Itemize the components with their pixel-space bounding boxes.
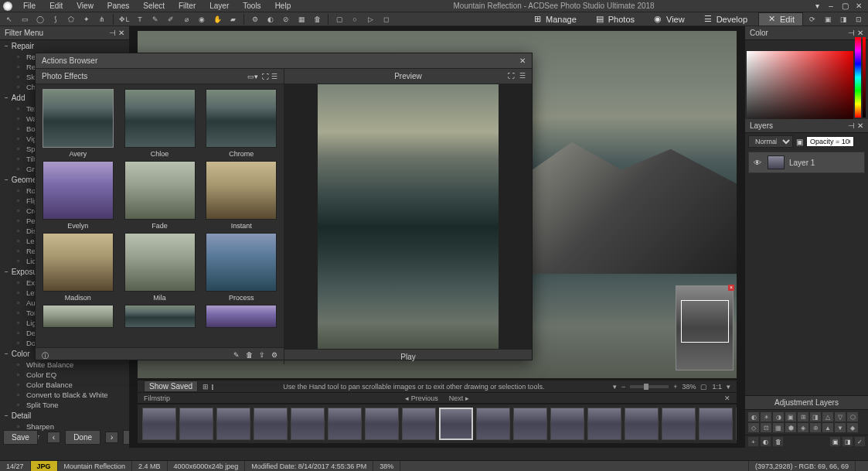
layer-row[interactable]: 👁 Layer 1 bbox=[748, 152, 865, 173]
adjustment-icon[interactable]: ▼ bbox=[835, 423, 846, 432]
delete-preset-icon[interactable]: 🗑 bbox=[246, 351, 253, 361]
filmstrip[interactable] bbox=[138, 404, 737, 443]
filmstrip-thumb[interactable] bbox=[587, 408, 621, 440]
tool-invert-icon[interactable]: ⊘ bbox=[280, 14, 292, 25]
preset-thumb[interactable] bbox=[124, 305, 196, 328]
close-icon[interactable]: ✕ bbox=[853, 2, 865, 11]
filmstrip-next[interactable]: Next ▸ bbox=[449, 394, 469, 402]
tool-misc2-icon[interactable]: ▣ bbox=[822, 14, 834, 25]
view-maximize-icon[interactable]: ⛶ bbox=[262, 73, 269, 80]
filmstrip-thumb[interactable] bbox=[179, 408, 213, 440]
tool-move-icon[interactable]: ✥L bbox=[118, 14, 131, 25]
preset-thumb[interactable] bbox=[206, 161, 277, 220]
zoom-plus-icon[interactable]: + bbox=[673, 383, 677, 391]
tool-brush-icon[interactable]: ✐ bbox=[165, 14, 177, 25]
tool-marquee-icon[interactable]: ▭ bbox=[19, 14, 31, 25]
settings-preset-icon[interactable]: ⚙ bbox=[271, 351, 277, 361]
filmstrip-thumb[interactable] bbox=[365, 408, 399, 440]
pin-icon[interactable]: ⊣ ✕ bbox=[848, 29, 863, 37]
menu-help[interactable]: Help bbox=[269, 1, 298, 11]
opacity-input[interactable] bbox=[806, 136, 854, 147]
adjustment-icon[interactable]: ◆ bbox=[847, 423, 858, 432]
tool-heal-icon[interactable]: ⌀ bbox=[180, 14, 192, 25]
minimize-icon[interactable]: – bbox=[825, 2, 837, 11]
adjustment-icon[interactable]: ▲ bbox=[822, 423, 833, 432]
filmstrip-close-icon[interactable]: ✕ bbox=[724, 394, 730, 402]
adjustment-icon[interactable]: ◈ bbox=[798, 423, 808, 432]
filmstrip-thumb[interactable] bbox=[513, 408, 547, 440]
filter-item[interactable]: ▫Color Balance bbox=[0, 380, 129, 390]
filmstrip-thumb[interactable] bbox=[439, 408, 473, 440]
menu-file[interactable]: File bbox=[17, 1, 42, 11]
tool-polylasso-icon[interactable]: ⬠ bbox=[65, 14, 77, 25]
zoom-minus-icon[interactable]: − bbox=[621, 383, 625, 391]
adj-toggle1-icon[interactable]: ▣ bbox=[830, 437, 840, 446]
filmstrip-thumb[interactable] bbox=[254, 408, 288, 440]
adj-del-icon[interactable]: 🗑 bbox=[773, 437, 783, 446]
menu-view[interactable]: View bbox=[70, 1, 100, 11]
filmstrip-thumb[interactable] bbox=[625, 408, 659, 440]
zoom-arrow-icon[interactable]: ▾ bbox=[613, 383, 617, 391]
tool-fill-icon[interactable]: ▰ bbox=[226, 14, 239, 25]
mode-develop[interactable]: ☰Develop bbox=[696, 13, 755, 26]
navigator-close-icon[interactable]: × bbox=[728, 285, 734, 291]
preview-max-icon[interactable]: ⛶ bbox=[508, 72, 515, 80]
help-icon[interactable]: ⓘ bbox=[42, 351, 49, 361]
tool-misc1-icon[interactable]: ⟳ bbox=[806, 14, 819, 25]
preset-thumb[interactable] bbox=[124, 89, 196, 148]
tool-blur-icon[interactable]: ◉ bbox=[196, 14, 208, 25]
filter-item[interactable]: ▫Convert to Black & White bbox=[0, 390, 129, 400]
mode-photos[interactable]: ▤Photos bbox=[587, 13, 642, 26]
layer-visibility-icon[interactable]: 👁 bbox=[754, 159, 763, 167]
save-button[interactable]: Save bbox=[3, 430, 38, 445]
tool-play-icon[interactable]: ▷ bbox=[364, 14, 376, 25]
category-dropdown-icon[interactable]: ▭▾ bbox=[247, 73, 258, 80]
adjustment-icon[interactable]: ⊕ bbox=[810, 423, 821, 432]
export-preset-icon[interactable]: ⇪ bbox=[259, 351, 265, 361]
preset-thumb[interactable] bbox=[206, 233, 277, 292]
tool-alpha-icon[interactable]: ▦ bbox=[295, 14, 308, 25]
histogram-icon[interactable]: ⊞ ⫿ bbox=[203, 383, 215, 391]
menu-filter[interactable]: Filter bbox=[172, 1, 202, 11]
adjustment-icon[interactable]: ◐ bbox=[748, 412, 759, 422]
filmstrip-thumb[interactable] bbox=[476, 408, 510, 440]
menu-panes[interactable]: Panes bbox=[101, 1, 135, 11]
play-button[interactable]: Play bbox=[400, 353, 415, 361]
adjustment-icon[interactable]: ⬢ bbox=[785, 423, 796, 432]
zoom-dropdown-icon[interactable]: ▾ bbox=[727, 383, 730, 391]
preset-category[interactable]: Photo Effects bbox=[42, 72, 87, 80]
tool-stop-icon[interactable]: ◻ bbox=[380, 14, 392, 25]
preset-thumb[interactable] bbox=[43, 89, 114, 148]
adjustment-icon[interactable]: ◇ bbox=[748, 423, 759, 432]
dialog-close-icon[interactable]: ✕ bbox=[519, 56, 526, 65]
done-button[interactable]: Done bbox=[65, 430, 100, 445]
preset-thumb[interactable] bbox=[124, 161, 196, 220]
tool-lasso-icon[interactable]: ⟆ bbox=[49, 14, 62, 25]
view-list-icon[interactable]: ☰ bbox=[271, 73, 277, 80]
maximize-icon[interactable]: ▢ bbox=[839, 2, 851, 11]
preset-thumb[interactable] bbox=[43, 233, 114, 292]
mode-edit[interactable]: ✕Edit bbox=[758, 12, 803, 26]
filmstrip-thumb[interactable] bbox=[328, 408, 362, 440]
tool-circ-icon[interactable]: ○ bbox=[349, 14, 361, 25]
adj-toggle2-icon[interactable]: ◨ bbox=[842, 437, 853, 446]
adj-add-icon[interactable]: + bbox=[748, 437, 758, 446]
preset-thumb[interactable] bbox=[43, 161, 114, 220]
tool-wand-icon[interactable]: ✦ bbox=[80, 14, 93, 25]
menu-tools[interactable]: Tools bbox=[237, 1, 267, 11]
tool-gear-icon[interactable]: ⚙ bbox=[249, 14, 261, 25]
tool-ellipse-icon[interactable]: ◯ bbox=[34, 14, 46, 25]
tool-misc4-icon[interactable]: ⊡ bbox=[853, 14, 865, 25]
preset-thumb[interactable] bbox=[124, 233, 196, 292]
prev-button[interactable]: ‹ bbox=[47, 432, 60, 443]
adjustment-icon[interactable]: △ bbox=[822, 412, 833, 422]
tool-hand-icon[interactable]: ✋ bbox=[211, 14, 223, 25]
preset-thumb[interactable] bbox=[43, 305, 114, 328]
adj-mask-icon[interactable]: ◐ bbox=[761, 437, 771, 446]
tool-pointer-icon[interactable]: ↖ bbox=[3, 14, 15, 25]
zoom-fit-icon[interactable]: ▢ bbox=[700, 383, 707, 391]
tool-misc3-icon[interactable]: ◨ bbox=[837, 14, 849, 25]
menu-edit[interactable]: Edit bbox=[43, 1, 69, 11]
filmstrip-thumb[interactable] bbox=[662, 408, 696, 440]
adjustment-icon[interactable]: ⬡ bbox=[847, 412, 858, 422]
